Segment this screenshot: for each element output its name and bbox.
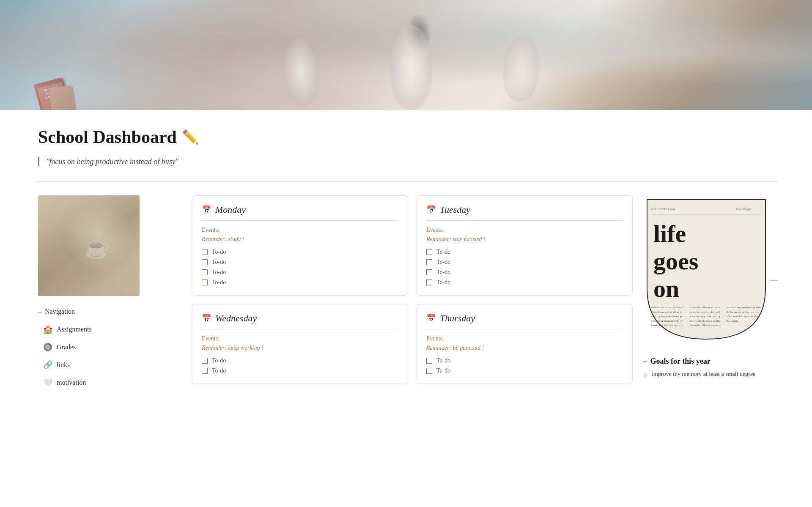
sidebar-item-assignments[interactable]: 🏫 Assignments [38, 321, 182, 338]
todo-checkbox[interactable] [202, 368, 208, 374]
list-item: To-do [202, 367, 398, 374]
tuesday-header: 📅 Tuesday [426, 204, 623, 221]
todo-checkbox[interactable] [426, 358, 432, 364]
painting-figure-2 [390, 25, 432, 110]
assignments-label: Assignments [57, 326, 92, 333]
thursday-card: 📅 Thursday Events: Reminder: be punctual… [417, 304, 633, 384]
links-icon: 🔗 [43, 360, 52, 370]
quote-text: "focus on being productive instead of bu… [46, 157, 178, 166]
goals-section: – Goals for this year ☆ improve my memor… [643, 357, 778, 382]
list-item: To-do [426, 269, 623, 276]
motivation-label-left: eck number one [651, 207, 675, 211]
list-item: ☆ improve my memory at least a small deg… [643, 371, 778, 378]
wednesday-events-label: Events: [202, 335, 398, 342]
wednesday-card: 📅 Wednesday Events: Reminder: keep worki… [192, 304, 408, 384]
todo-text: To-do [436, 259, 450, 266]
wednesday-header: 📅 Wednesday [202, 313, 398, 329]
list-item: To-do [426, 259, 623, 266]
nav-header: – Navigation [38, 308, 182, 315]
sidebar-item-motivation[interactable]: 🤍 motivation [38, 374, 182, 392]
tuesday-reminder: Reminder: stay focused ! [426, 236, 623, 243]
photo-card [38, 195, 140, 296]
thursday-todos: To-do To-do [426, 357, 623, 374]
grades-icon: 🔘 [43, 343, 52, 352]
thursday-events-label: Events: [426, 335, 623, 342]
todo-checkbox[interactable] [202, 280, 208, 285]
sidebar-item-grades[interactable]: 🔘 Grades [38, 338, 182, 356]
monday-todos: To-do To-do To-do To-do [202, 249, 398, 286]
tuesday-todos: To-do To-do To-do To-do [426, 249, 623, 286]
navigation-section: – Navigation 🏫 Assignments 🔘 Grades 🔗 li… [38, 308, 182, 392]
todo-text: To-do [212, 269, 226, 276]
thursday-reminder: Reminder: be punctual ! [426, 345, 623, 351]
motivation-label: motivation [57, 379, 86, 386]
list-item: To-do [202, 249, 398, 255]
list-item: To-do [202, 357, 398, 364]
sidebar-item-links[interactable]: 🔗 links [38, 356, 182, 374]
motivation-small-text: there's no end in sight would there be a… [651, 305, 761, 339]
nav-items-list: 🏫 Assignments 🔘 Grades 🔗 links 🤍 motivat… [38, 321, 182, 392]
painting-figures [0, 0, 812, 110]
motivation-text-on: on [653, 275, 679, 302]
todo-text: To-do [436, 269, 450, 276]
todo-checkbox[interactable] [426, 249, 432, 255]
goals-header-label: Goals for this year [650, 357, 710, 365]
todo-text: To-do [436, 249, 450, 255]
days-row-2: 📅 Wednesday Events: Reminder: keep worki… [192, 304, 633, 384]
goal-text: improve my memory at least a small degre… [652, 371, 755, 378]
wednesday-reminder: Reminder: keep working ! [202, 345, 398, 351]
hero-banner: Summer in Scotland Anne Brown [0, 0, 812, 110]
todo-checkbox[interactable] [202, 269, 208, 275]
todo-checkbox[interactable] [202, 358, 208, 364]
monday-icon: 📅 [202, 205, 211, 214]
section-divider [38, 181, 778, 182]
todo-checkbox[interactable] [202, 259, 208, 265]
tuesday-card: 📅 Tuesday Events: Reminder: stay focused… [417, 195, 633, 296]
page-title: School Dashboard [38, 127, 177, 147]
pencil-icon: ✏️ [182, 129, 199, 145]
right-column: eck number one koosvirgo life goes on th… [643, 195, 778, 382]
monday-header: 📅 Monday [202, 204, 398, 221]
book-2 [49, 85, 76, 110]
motivation-text-goes: goes [653, 247, 698, 275]
painting-figure-1 [281, 37, 321, 107]
motivation-card-arch: eck number one koosvirgo life goes on th… [643, 195, 770, 343]
monday-title: Monday [215, 204, 246, 215]
thursday-header: 📅 Thursday [426, 313, 623, 329]
list-item: To-do [426, 367, 623, 374]
todo-checkbox[interactable] [426, 259, 432, 265]
list-item: To-do [202, 279, 398, 286]
days-row-1: 📅 Monday Events: Reminder: study ! To-do… [192, 195, 633, 296]
todo-checkbox[interactable] [426, 368, 432, 374]
monday-events-label: Events: [202, 227, 398, 233]
list-item: To-do [202, 269, 398, 276]
todo-text: To-do [436, 357, 450, 364]
wednesday-icon: 📅 [202, 314, 211, 323]
list-item: To-do [426, 279, 623, 286]
todo-text: To-do [436, 367, 450, 374]
list-item: To-do [202, 259, 398, 266]
star-icon: ☆ [643, 371, 648, 378]
todo-text: To-do [212, 279, 226, 286]
todo-checkbox[interactable] [202, 249, 208, 255]
todo-checkbox[interactable] [426, 269, 432, 275]
monday-card: 📅 Monday Events: Reminder: study ! To-do… [192, 195, 408, 296]
tuesday-events-label: Events: [426, 227, 623, 233]
days-section: 📅 Monday Events: Reminder: study ! To-do… [192, 195, 633, 384]
painting-figure-3 [501, 35, 542, 103]
collapse-button[interactable]: — [770, 275, 778, 285]
dashboard-grid: – Navigation 🏫 Assignments 🔘 Grades 🔗 li… [38, 195, 778, 392]
thursday-title: Thursday [440, 313, 475, 324]
book-decoration: Summer in Scotland Anne Brown [34, 80, 85, 110]
wednesday-todos: To-do To-do [202, 357, 398, 374]
list-item: To-do [426, 357, 623, 364]
thursday-icon: 📅 [426, 314, 436, 323]
assignments-icon: 🏫 [43, 325, 52, 334]
todo-checkbox[interactable] [426, 280, 432, 285]
goals-header: – Goals for this year [643, 357, 778, 366]
left-column: – Navigation 🏫 Assignments 🔘 Grades 🔗 li… [38, 195, 182, 392]
wednesday-title: Wednesday [215, 313, 257, 324]
links-label: links [57, 361, 70, 369]
nav-header-label: Navigation [45, 308, 75, 315]
page-title-section: School Dashboard ✏️ [38, 127, 778, 147]
